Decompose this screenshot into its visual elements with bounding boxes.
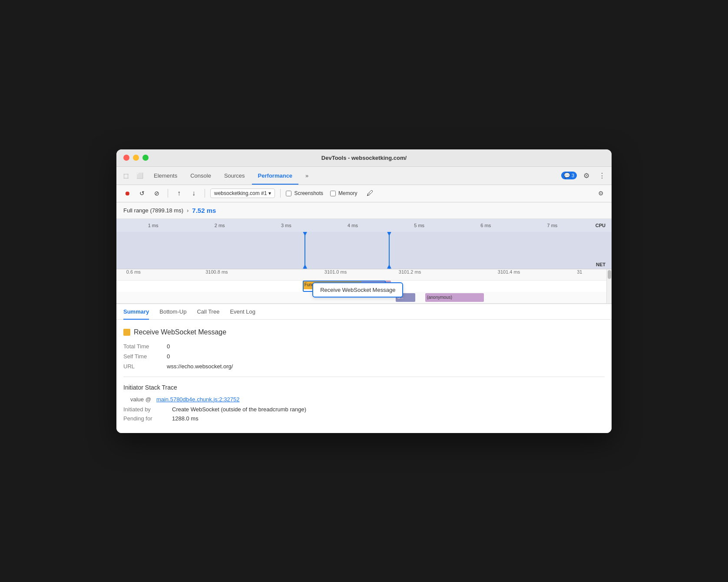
scrollbar-thumb[interactable] — [608, 270, 611, 279]
timeline-scrollbar[interactable] — [606, 269, 612, 303]
ruler-7ms: 7 ms — [547, 223, 557, 228]
flame-tooltip: Receive WebSocket Message — [312, 282, 403, 298]
nav-right: 💬 3 ⚙ ⋮ — [561, 169, 608, 182]
ruler-2ms: 2 ms — [215, 223, 225, 228]
memory-checkbox-group: Memory — [330, 190, 357, 196]
ruler-4ms: 4 ms — [347, 223, 358, 228]
ms-label-3: 3101.2 ms — [399, 269, 421, 274]
flame-row-1: Function Call Microtasks Receive WebSock… — [116, 281, 606, 292]
full-range-info: Full range (7899.18 ms) › 7.52 ms — [116, 202, 612, 219]
ruler-6ms: 6 ms — [480, 223, 491, 228]
more-icon[interactable]: ⋮ — [596, 169, 608, 182]
selection-end-marker — [389, 232, 390, 269]
ms-label-4: 3101.4 ms — [498, 269, 520, 274]
panel-content: Receive WebSocket Message Total Time 0 S… — [116, 320, 612, 433]
cpu-chart-svg — [116, 232, 612, 269]
tab-event-log[interactable]: Event Log — [230, 304, 255, 319]
brush-icon[interactable]: 🖊 — [364, 187, 376, 199]
download-button[interactable]: ↓ — [188, 188, 199, 199]
close-button[interactable] — [123, 155, 129, 161]
timeline-area[interactable]: 1 ms 2 ms 3 ms 4 ms 5 ms 6 ms 7 ms CPU — [116, 219, 612, 303]
divider-2 — [205, 189, 205, 198]
tab-call-tree[interactable]: Call Tree — [197, 304, 219, 319]
clear-button[interactable]: ⊘ — [151, 188, 162, 199]
ms-labels-row: 0.6 ms 3100.8 ms 3101.0 ms 3101.2 ms 310… — [116, 269, 612, 281]
perf-toolbar: ⏺ ↺ ⊘ ↑ ↓ websocketking.com #1 ▾ Screens… — [116, 185, 612, 202]
stack-link[interactable]: main.5780db4e.chunk.js:2:32752 — [156, 396, 240, 403]
tab-elements[interactable]: Elements — [148, 166, 183, 185]
settings-icon[interactable]: ⚙ — [580, 169, 592, 182]
upload-button[interactable]: ↑ — [173, 188, 185, 199]
titlebar: DevTools - websocketking.com/ — [116, 149, 612, 167]
ms-label-0: 0.6 ms — [126, 269, 141, 274]
devtools-window: DevTools - websocketking.com/ ⬚ ⬜ Elemen… — [116, 149, 612, 433]
cpu-label: CPU — [596, 223, 606, 228]
ruler-5ms: 5 ms — [414, 223, 424, 228]
nav-tabs: Elements Console Sources Performance » — [148, 166, 559, 185]
device-icon[interactable]: ⬜ — [134, 169, 146, 182]
tab-sources[interactable]: Sources — [218, 166, 251, 185]
ruler-1ms: 1 ms — [148, 223, 159, 228]
stack-trace-title: Initiator Stack Trace — [123, 384, 605, 391]
tab-overflow[interactable]: » — [299, 166, 314, 185]
panel-tabs: Summary Bottom-Up Call Tree Event Log — [116, 304, 612, 320]
self-time-row: Self Time 0 — [123, 353, 605, 360]
memory-checkbox[interactable] — [330, 191, 336, 196]
screenshots-checkbox-group: Screenshots — [286, 190, 323, 196]
minimize-button[interactable] — [133, 155, 139, 161]
traffic-lights — [123, 155, 149, 161]
ms-label-5: 31 — [577, 269, 582, 274]
bottom-panel: Summary Bottom-Up Call Tree Event Log Re… — [116, 303, 612, 433]
dropdown-arrow-icon: ▾ — [268, 190, 271, 196]
window-title: DevTools - websocketking.com/ — [321, 155, 407, 161]
record-button[interactable]: ⏺ — [122, 188, 133, 199]
url-row: URL wss://echo.websocket.org/ — [123, 363, 605, 370]
url-selector[interactable]: websocketking.com #1 ▾ — [210, 188, 275, 198]
inspect-icon[interactable]: ⬚ — [120, 169, 132, 182]
ms-label-2: 3101.0 ms — [324, 269, 347, 274]
tab-summary[interactable]: Summary — [123, 304, 149, 319]
tab-bottom-up[interactable]: Bottom-Up — [159, 304, 186, 319]
summary-title: Receive WebSocket Message — [123, 328, 605, 336]
stack-value-row: value @ main.5780db4e.chunk.js:2:32752 — [123, 396, 605, 403]
screenshots-checkbox[interactable] — [286, 191, 291, 196]
message-badge[interactable]: 💬 3 — [561, 172, 577, 179]
divider-3 — [280, 189, 281, 198]
reload-record-button[interactable]: ↺ — [136, 188, 148, 199]
divider-1 — [168, 189, 168, 198]
initiated-by-row: Initiated by Create WebSocket (outside o… — [123, 406, 605, 413]
selection-start-marker — [304, 232, 305, 269]
ruler-3ms: 3 ms — [281, 223, 291, 228]
total-time-row: Total Time 0 — [123, 343, 605, 350]
nav-toolbar: ⬚ ⬜ Elements Console Sources Performance… — [116, 167, 612, 185]
ms-label-1: 3100.8 ms — [205, 269, 228, 274]
pending-for-row: Pending for 1288.0 ms — [123, 415, 605, 422]
perf-settings-button[interactable]: ⚙ — [595, 188, 606, 199]
tab-performance[interactable]: Performance — [252, 166, 298, 185]
tab-console[interactable]: Console — [184, 166, 217, 185]
anonymous-block[interactable]: (anonymous) — [425, 293, 484, 302]
event-type-icon — [123, 329, 130, 336]
separator-1 — [123, 377, 605, 377]
net-label: NET — [596, 262, 606, 267]
maximize-button[interactable] — [142, 155, 149, 161]
